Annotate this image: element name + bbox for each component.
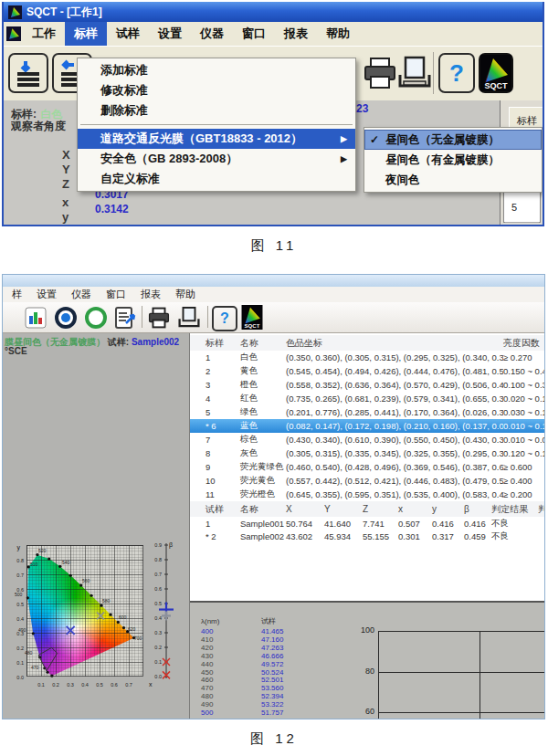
- sample-row-Sample002[interactable]: * 2Sample00243.60245.93455.1550.3010.317…: [190, 530, 544, 544]
- sqct-logo-icon: SQCT: [480, 55, 511, 91]
- column-header: Y: [324, 504, 363, 514]
- cell: 55.155: [363, 531, 398, 541]
- x-tick-0.2: 0.2: [52, 682, 59, 688]
- cell: (0.460, 0.540), (0.428, 0.496), (0.369, …: [286, 462, 503, 472]
- cell: 不良: [491, 518, 538, 530]
- cell: 10: [190, 476, 240, 486]
- menu-item-仪器[interactable]: 仪器: [64, 288, 99, 301]
- submenu-item-1[interactable]: 昼间色（有金属镀膜）: [364, 150, 542, 170]
- standards-row-白色[interactable]: 1白色(0.350, 0.360), (0.305, 0.315), (0.29…: [190, 351, 544, 365]
- beta-tick-0.6: 0.6: [154, 586, 162, 592]
- dropdown-item-5[interactable]: 安全色（GB 2893-2008）▶: [78, 149, 355, 169]
- menu-item-设置[interactable]: 设置: [29, 288, 64, 301]
- standards-row-灰色[interactable]: 8灰色(0.305, 0.315), (0.335, 0.345), (0.32…: [190, 446, 544, 461]
- menu-item-窗口[interactable]: 窗口: [233, 22, 275, 46]
- measure-sample-button[interactable]: [53, 305, 78, 330]
- y-axis-title: y: [17, 544, 21, 551]
- graph-gridline-vertical: [480, 631, 480, 719]
- menu-item-报表[interactable]: 报表: [133, 288, 168, 301]
- graph-axis-left: [378, 631, 379, 719]
- tristimulus-label-y: y: [62, 210, 68, 224]
- dropdown-item-4[interactable]: 道路交通反光膜（GBT18833 - 2012）▶: [78, 129, 355, 149]
- standards-row-黄色[interactable]: 2黄色(0.545, 0.454), (0.494, 0.426), (0.44…: [190, 364, 544, 379]
- title-bar[interactable]: SQCT - [工作1]: [4, 2, 543, 22]
- blue-standard-region: [38, 647, 57, 671]
- cell: 橙色: [240, 379, 286, 391]
- submenu-item-2[interactable]: 夜间色: [364, 170, 542, 190]
- cell: 0.459: [464, 531, 491, 541]
- measure-standard-button[interactable]: [83, 305, 108, 330]
- standards-row-棕色[interactable]: 7棕色(0.430, 0.340), (0.610, 0.390), (0.55…: [190, 433, 544, 447]
- reflectance-value: 47.263: [261, 644, 283, 652]
- standards-row-橙色[interactable]: 3橙色(0.558, 0.352), (0.636, 0.364), (0.57…: [190, 378, 544, 393]
- help-button[interactable]: ?: [438, 53, 475, 93]
- cell: (0.557, 0.442), (0.512, 0.421), (0.446, …: [286, 476, 503, 486]
- cell: 红色: [240, 393, 286, 404]
- locus-dot: [100, 604, 102, 607]
- standards-row-红色[interactable]: 4红色(0.735, 0.265), (0.681, 0.239), (0.57…: [190, 392, 544, 406]
- beta-tick-0.2: 0.2: [154, 645, 162, 650]
- menu-item-标样[interactable]: 标样: [65, 22, 107, 46]
- wavelength-label-600: 600: [119, 614, 127, 620]
- standards-row-荧光橙色[interactable]: 11荧光橙色(0.645, 0.355), (0.595, 0.351), (0…: [190, 488, 544, 502]
- x-tick-0.4: 0.4: [81, 682, 89, 688]
- reflectance-value: 53.560: [261, 684, 283, 692]
- dropdown-item-6[interactable]: 自定义标准: [78, 169, 355, 189]
- fig12-bottom-panel: λ(nm)试样40041.46541047.16042047.26343046.…: [190, 601, 544, 719]
- submenu-arrow-icon: ▶: [341, 149, 347, 169]
- cell: 7: [190, 435, 240, 445]
- menu-item-仪器[interactable]: 仪器: [191, 22, 233, 46]
- menubar-app-icon: [6, 26, 21, 41]
- cie-overlay: yx0.80.70.60.50.40.30.20.10.00.10.20.30.…: [5, 540, 187, 719]
- dropdown-item-2[interactable]: 删除标准: [78, 100, 355, 121]
- filled-circle-icon: [54, 306, 78, 330]
- graph-line-60: [378, 712, 544, 713]
- sqct-logo-button[interactable]: SQCT: [239, 305, 264, 330]
- column-header: 亮度因数: [503, 337, 544, 350]
- cell: 2: [190, 366, 240, 376]
- partial-value: 23: [356, 102, 368, 115]
- geometry-mode-text: °SCE: [5, 346, 27, 356]
- cell: ≥ 0.200: [503, 489, 544, 499]
- print-preview-button[interactable]: [395, 53, 435, 93]
- chart-view-button[interactable]: [23, 305, 47, 330]
- print-preview-button[interactable]: [176, 305, 201, 330]
- wavelength-label-500: 500: [15, 592, 23, 597]
- menu-item-窗口[interactable]: 窗口: [99, 288, 133, 301]
- menu-item-设置[interactable]: 设置: [149, 22, 191, 46]
- import-data-button[interactable]: [8, 53, 48, 93]
- menu-item-试样[interactable]: 试样: [107, 22, 149, 46]
- dropdown-item-1[interactable]: 修改标准: [78, 80, 355, 100]
- wavelength-label-510: 510: [30, 562, 38, 567]
- standards-row-蓝色[interactable]: * 6蓝色(0.082, 0.147), (0.172, 0.198), (0.…: [190, 419, 544, 434]
- menu-item-帮助[interactable]: 帮助: [168, 288, 203, 301]
- menu-item-帮助[interactable]: 帮助: [317, 22, 359, 46]
- cell: 蓝色: [240, 420, 286, 432]
- dropdown-item-0[interactable]: 添加标准: [78, 60, 355, 80]
- menu-item-样[interactable]: 样: [5, 288, 29, 301]
- cell: (0.305, 0.315), (0.335, 0.345), (0.325, …: [286, 448, 503, 458]
- sqct-logo-button[interactable]: SQCT: [479, 53, 513, 93]
- menu-item-报表[interactable]: 报表: [275, 22, 317, 46]
- cell: 11: [190, 489, 240, 499]
- wavelength-label-620: 620: [128, 626, 136, 632]
- beta-tick-0.8: 0.8: [154, 557, 162, 562]
- print-button[interactable]: [146, 305, 171, 330]
- wavelength-value: 440: [201, 660, 213, 668]
- cell: 45.934: [324, 531, 363, 541]
- wavelength-value: 450: [201, 668, 213, 677]
- wavelength-label-560: 560: [82, 578, 90, 583]
- export-report-button[interactable]: [112, 305, 137, 330]
- title-bar-strip[interactable]: [3, 275, 544, 287]
- standards-row-绿色[interactable]: 5绿色(0.201, 0.776), (0.285, 0.441), (0.17…: [190, 405, 544, 420]
- samples-header-row: 试样名称XYZxyβ判定结果判: [190, 501, 544, 518]
- standards-row-荧光黄色[interactable]: 10荧光黄色(0.557, 0.442), (0.512, 0.421), (0…: [190, 474, 544, 488]
- submenu-item-label: 夜间色: [385, 173, 420, 186]
- toolbar-separator: [142, 306, 142, 328]
- standards-row-荧光黄绿色[interactable]: 9荧光黄绿色(0.460, 0.540), (0.428, 0.496), (0…: [190, 460, 544, 475]
- cell: 0.010 ~ 0.100: [503, 421, 545, 431]
- cell: 7.741: [363, 519, 398, 529]
- submenu-item-0[interactable]: ✓昼间色（无金属镀膜）: [364, 130, 542, 150]
- help-button[interactable]: ?: [212, 306, 237, 331]
- menu-item-工作[interactable]: 工作: [23, 22, 65, 46]
